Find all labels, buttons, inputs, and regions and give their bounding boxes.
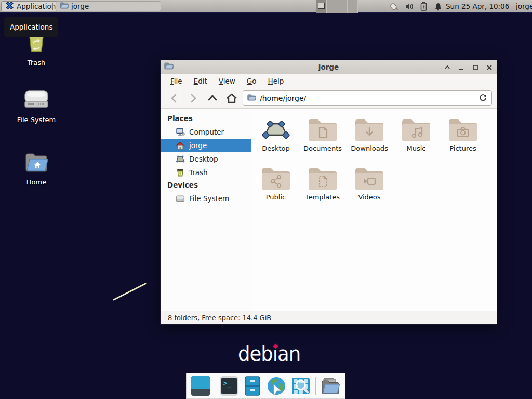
show-desktop-icon[interactable] — [191, 376, 210, 396]
folder-label: Templates — [305, 193, 340, 201]
location-bar[interactable]: /home/jorge/ — [243, 90, 492, 106]
sidebar-item-label: Trash — [189, 168, 208, 177]
back-button[interactable] — [167, 91, 181, 105]
templates-folder-icon — [307, 166, 338, 192]
file-manager-window: jorge File Edit View Go Help — [160, 60, 497, 325]
battery-charging-icon[interactable] — [419, 2, 429, 11]
downloads-folder-icon — [354, 117, 385, 143]
tooltip-text: Applications — [10, 23, 52, 31]
folder-label: Documents — [303, 144, 342, 152]
taskbar-window-label: jorge — [71, 2, 89, 10]
toolbar: /home/jorge/ — [161, 88, 497, 109]
folder-label: Downloads — [351, 144, 388, 152]
sidebar-item-computer[interactable]: Computer — [161, 125, 251, 139]
folder-item-music[interactable]: Music — [393, 117, 440, 166]
folder-item-downloads[interactable]: Downloads — [346, 117, 393, 166]
forward-button[interactable] — [186, 91, 201, 105]
music-folder-icon — [401, 117, 432, 143]
debian-wordmark-part2: an — [277, 343, 300, 365]
home-button[interactable] — [224, 91, 239, 105]
web-browser-icon[interactable] — [267, 376, 286, 396]
folder-label: Music — [407, 144, 426, 152]
sidebar-item-trash[interactable]: Trash — [161, 166, 251, 179]
videos-folder-icon — [354, 166, 385, 192]
shade-button[interactable] — [443, 63, 451, 72]
desktop-icon-file-system[interactable]: File System — [11, 88, 61, 124]
workspace-2[interactable] — [327, 0, 337, 13]
maximize-button[interactable] — [471, 63, 480, 72]
desktop-icon-label: Trash — [28, 59, 45, 66]
folder-item-templates[interactable]: Templates — [299, 166, 346, 215]
menu-go[interactable]: Go — [241, 75, 262, 87]
sidebar-item-jorge[interactable]: jorge — [161, 139, 251, 152]
desktop-icon-label: Home — [26, 178, 46, 186]
home-folder-icon — [23, 151, 49, 176]
window-controls — [443, 60, 494, 74]
folder-label: Desktop — [262, 144, 290, 152]
terminal-icon[interactable]: >_ — [220, 376, 238, 396]
file-manager-folder-icon[interactable] — [321, 376, 340, 396]
menu-help[interactable]: Help — [262, 75, 290, 87]
sidebar-item-file-system[interactable]: File System — [161, 192, 251, 205]
folder-label: Videos — [358, 193, 380, 201]
desktop-icon-home[interactable]: Home — [16, 151, 57, 186]
folder-item-desktop[interactable]: Desktop — [252, 117, 299, 166]
workspace-switcher[interactable] — [316, 0, 358, 13]
pictures-folder-icon — [447, 117, 478, 143]
path-folder-icon — [247, 94, 256, 103]
window-body: Places Computer jorge — [161, 109, 497, 311]
folder-label: Pictures — [449, 144, 476, 152]
panel-username[interactable]: jorge — [516, 0, 532, 13]
workspace-4[interactable] — [348, 0, 358, 13]
system-tray — [390, 0, 443, 13]
dock-separator — [215, 377, 215, 395]
workspace-1[interactable] — [316, 0, 327, 13]
xfce-applications-icon — [5, 1, 14, 11]
sidebar-header-places: Places — [161, 113, 251, 125]
hard-drive-icon — [22, 88, 50, 113]
window-titlebar[interactable]: jorge — [161, 60, 497, 74]
applications-menu-button[interactable]: Applications — [1, 1, 63, 11]
desktop-line-artifact — [113, 283, 147, 301]
menu-edit[interactable]: Edit — [188, 75, 213, 87]
workspace-3[interactable] — [337, 0, 348, 13]
file-cabinet-icon[interactable] — [243, 376, 262, 396]
menu-file[interactable]: File — [165, 75, 188, 87]
trash-icon — [175, 168, 185, 178]
input-device-icon[interactable] — [390, 2, 400, 11]
bottom-dock: >_ — [186, 373, 345, 399]
folder-item-documents[interactable]: Documents — [299, 117, 346, 166]
panel-clock[interactable]: Sun 25 Apr, 10:06 — [446, 0, 509, 13]
panel-handle — [52, 3, 54, 10]
dock-separator — [315, 377, 316, 395]
sidebar: Places Computer jorge — [161, 109, 251, 311]
public-folder-icon — [260, 166, 291, 192]
notifications-bell-icon[interactable] — [433, 2, 443, 11]
terminal-prompt-glyph: >_ — [223, 379, 232, 387]
application-finder-icon[interactable] — [291, 376, 311, 396]
applications-tooltip: Applications — [4, 17, 58, 37]
hard-drive-icon — [175, 194, 185, 204]
folder-item-public[interactable]: Public — [252, 166, 299, 215]
taskbar-window-button[interactable]: jorge — [56, 1, 161, 11]
audio-volume-icon[interactable] — [404, 2, 414, 11]
folder-item-pictures[interactable]: Pictures — [440, 117, 486, 166]
path-input[interactable]: /home/jorge/ — [260, 94, 475, 102]
close-button[interactable] — [485, 63, 494, 72]
debian-wordmark: debıan — [238, 343, 300, 365]
sidebar-item-label: File System — [189, 194, 229, 203]
sidebar-item-label: jorge — [189, 141, 207, 150]
reload-icon[interactable] — [478, 93, 487, 104]
workspace-window-thumbnail — [318, 3, 325, 9]
sidebar-item-desktop[interactable]: Desktop — [161, 152, 251, 166]
debian-wordmark-part1: deb — [238, 343, 273, 365]
computer-icon — [175, 127, 185, 137]
desktop-icon-label: File System — [17, 116, 56, 124]
minimize-button[interactable] — [457, 63, 466, 72]
menu-view[interactable]: View — [213, 75, 241, 87]
home-icon — [175, 141, 185, 151]
up-button[interactable] — [205, 91, 220, 105]
folder-item-videos[interactable]: Videos — [346, 166, 393, 215]
menubar: File Edit View Go Help — [161, 74, 497, 88]
statusbar: 8 folders, Free space: 14.4 GiB — [161, 311, 497, 324]
